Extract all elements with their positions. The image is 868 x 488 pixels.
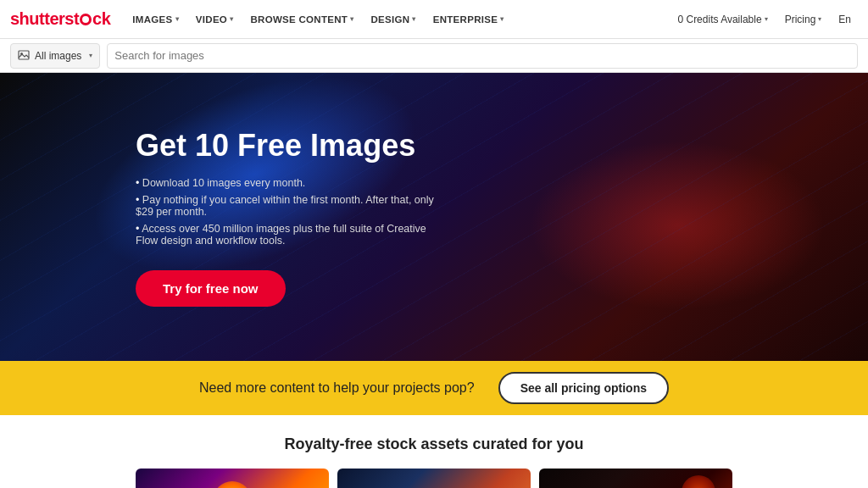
sun-decoration (214, 481, 252, 488)
card-bg-scenery: Breathtaking Scenery and Nature (337, 469, 531, 488)
chevron-down-icon: ▾ (350, 15, 353, 23)
curated-card-macabre[interactable]: The Macabre (539, 469, 732, 488)
search-bar: All images ▾ (0, 39, 868, 73)
logo-o (80, 14, 92, 25)
promo-banner: Need more content to help your projects … (0, 361, 868, 415)
nav-item-browse-content[interactable]: BROWSE CONTENT ▾ (242, 0, 362, 39)
try-free-button[interactable]: Try for free now (136, 270, 286, 307)
see-pricing-button[interactable]: See all pricing options (498, 372, 669, 404)
nav-item-enterprise[interactable]: ENTERPRISE ▾ (425, 0, 513, 39)
hero-glow-red (529, 141, 826, 310)
chevron-down-icon: ▾ (412, 15, 415, 23)
hero-bullet-3: Access over 450 million images plus the … (136, 223, 441, 247)
chevron-down-icon: ▾ (500, 15, 504, 23)
curated-card-scenery[interactable]: Breathtaking Scenery and Nature (337, 469, 531, 488)
hero-bullets: Download 10 images every month. Pay noth… (136, 177, 441, 247)
chevron-down-icon: ▾ (765, 15, 768, 23)
language-selector[interactable]: En (832, 0, 858, 39)
search-input-wrap (107, 43, 858, 69)
promo-text: Need more content to help your projects … (199, 380, 475, 396)
logo[interactable]: shutterstck (10, 9, 110, 29)
chevron-down-icon: ▾ (230, 15, 233, 23)
card-bg-macabre: The Macabre (539, 469, 732, 488)
curated-title: Royalty-free stock assets curated for yo… (136, 435, 732, 453)
navbar: shutterstck IMAGES ▾ VIDEO ▾ BROWSE CONT… (0, 0, 868, 39)
moon-decoration (682, 475, 715, 488)
nav-right: 0 Credits Available ▾ Pricing ▾ En (670, 0, 858, 39)
curated-section: Royalty-free stock assets curated for yo… (0, 415, 868, 488)
chevron-down-icon: ▾ (89, 52, 92, 59)
pricing-button[interactable]: Pricing ▾ (778, 0, 829, 39)
hero-bullet-1: Download 10 images every month. (136, 177, 441, 189)
svg-rect-0 (19, 51, 29, 59)
curated-grid: Cyberpunk is Not Dead Breathtaking Scene… (136, 469, 732, 488)
curated-card-cyberpunk[interactable]: Cyberpunk is Not Dead (136, 469, 329, 488)
chevron-down-icon: ▾ (818, 15, 821, 23)
credits-button[interactable]: 0 Credits Available ▾ (670, 0, 774, 39)
hero-title: Get 10 Free Images (136, 127, 441, 164)
chevron-down-icon: ▾ (175, 15, 179, 23)
hero-section: Get 10 Free Images Download 10 images ev… (0, 73, 868, 361)
nav-item-video[interactable]: VIDEO ▾ (187, 0, 242, 39)
nav-item-images[interactable]: IMAGES ▾ (124, 0, 186, 39)
nav-item-design[interactable]: DESIGN ▾ (362, 0, 424, 39)
hero-content: Get 10 Free Images Download 10 images ev… (0, 127, 441, 307)
image-icon (18, 50, 30, 62)
hero-bullet-2: Pay nothing if you cancel within the fir… (136, 194, 441, 218)
nav-links: IMAGES ▾ VIDEO ▾ BROWSE CONTENT ▾ DESIGN… (124, 0, 512, 39)
search-input[interactable] (114, 49, 850, 62)
search-type-selector[interactable]: All images ▾ (10, 43, 100, 69)
logo-text: shutterstck (10, 9, 110, 29)
card-bg-cyberpunk: Cyberpunk is Not Dead (136, 469, 329, 488)
